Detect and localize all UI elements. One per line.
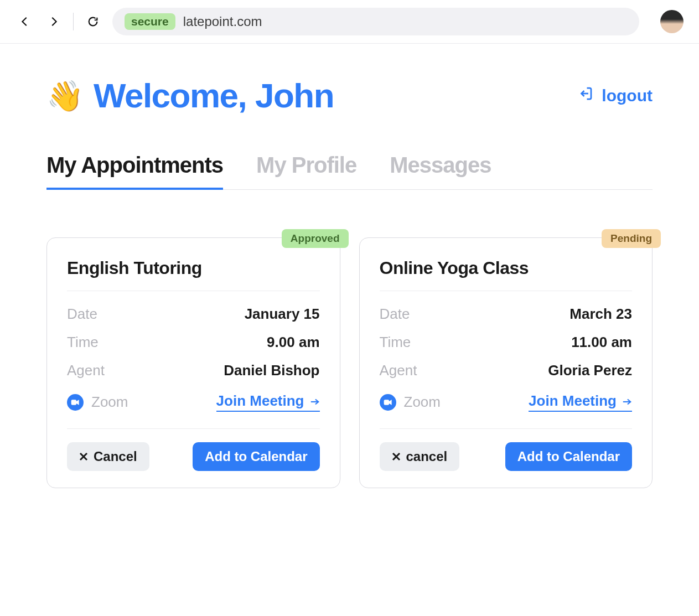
time-value: 11.00 am	[571, 334, 632, 351]
zoom-label: Zoom	[404, 394, 441, 411]
page-header: 👋 Welcome, John logout	[46, 76, 653, 115]
zoom-icon	[380, 394, 396, 411]
agent-value: Daniel Bishop	[224, 362, 319, 379]
appointment-card: Approved English Tutoring Date January 1…	[46, 237, 340, 488]
date-label: Date	[67, 306, 97, 323]
cancel-button[interactable]: Cancel	[67, 442, 149, 471]
page-content: 👋 Welcome, John logout My Appointments M…	[0, 44, 699, 510]
agent-label: Agent	[380, 362, 417, 379]
logout-button[interactable]: logout	[577, 85, 653, 106]
join-meeting-label: Join Meeting	[529, 392, 617, 410]
url-text: latepoint.com	[183, 14, 262, 29]
status-badge: Approved	[282, 229, 349, 248]
logout-label: logout	[602, 86, 653, 105]
date-value: January 15	[245, 306, 320, 323]
wave-icon: 👋	[46, 81, 84, 111]
close-icon	[392, 449, 401, 464]
svg-rect-0	[71, 400, 76, 405]
browser-bar: secure latepoint.com	[0, 0, 699, 44]
nav-divider	[73, 13, 74, 30]
zoom-icon	[67, 394, 84, 411]
time-value: 9.00 am	[267, 334, 319, 351]
add-to-calendar-button[interactable]: Add to Calendar	[193, 442, 319, 471]
card-actions: cancel Add to Calendar	[380, 428, 633, 471]
address-bar[interactable]: secure latepoint.com	[112, 8, 639, 35]
status-badge: Pending	[602, 229, 661, 248]
arrow-right-icon	[310, 392, 320, 410]
agent-label: Agent	[67, 362, 105, 379]
cancel-button[interactable]: cancel	[380, 442, 460, 471]
tab-bar: My Appointments My Profile Messages	[46, 153, 653, 190]
agent-row: Agent Daniel Bishop	[67, 362, 320, 379]
date-value: March 23	[569, 306, 632, 323]
zoom-label: Zoom	[91, 394, 128, 411]
appointment-card: Pending Online Yoga Class Date March 23 …	[359, 237, 653, 488]
time-row: Time 11.00 am	[380, 334, 633, 351]
date-row: Date January 15	[67, 306, 320, 323]
add-to-calendar-button[interactable]: Add to Calendar	[505, 442, 632, 471]
zoom-left: Zoom	[380, 394, 441, 411]
back-button[interactable]	[15, 12, 34, 31]
zoom-row: Zoom Join Meeting	[380, 392, 633, 412]
forward-button[interactable]	[44, 12, 63, 31]
welcome-text: Welcome, John	[94, 76, 334, 115]
welcome-block: 👋 Welcome, John	[46, 76, 334, 115]
agent-value: Gloria Perez	[548, 362, 632, 379]
appointment-cards: Approved English Tutoring Date January 1…	[46, 237, 653, 488]
join-meeting-label: Join Meeting	[216, 392, 304, 410]
join-meeting-link[interactable]: Join Meeting	[529, 392, 632, 412]
agent-row: Agent Gloria Perez	[380, 362, 633, 379]
reload-button[interactable]	[84, 12, 102, 31]
time-label: Time	[67, 334, 99, 351]
tab-my-profile[interactable]: My Profile	[256, 153, 356, 189]
close-icon	[79, 449, 88, 464]
svg-rect-1	[384, 400, 389, 405]
cancel-label: Cancel	[94, 449, 137, 464]
card-actions: Cancel Add to Calendar	[67, 428, 320, 471]
add-to-calendar-label: Add to Calendar	[517, 449, 620, 464]
time-label: Time	[380, 334, 411, 351]
zoom-left: Zoom	[67, 394, 128, 411]
secure-badge: secure	[125, 13, 175, 30]
zoom-row: Zoom Join Meeting	[67, 392, 320, 412]
time-row: Time 9.00 am	[67, 334, 320, 351]
tab-messages[interactable]: Messages	[390, 153, 491, 189]
add-to-calendar-label: Add to Calendar	[205, 449, 307, 464]
cancel-label: cancel	[406, 449, 448, 464]
logout-icon	[577, 85, 594, 106]
appointment-title: Online Yoga Class	[380, 258, 633, 291]
join-meeting-link[interactable]: Join Meeting	[216, 392, 320, 412]
date-row: Date March 23	[380, 306, 633, 323]
date-label: Date	[380, 306, 410, 323]
arrow-right-icon	[622, 392, 632, 410]
tab-my-appointments[interactable]: My Appointments	[46, 153, 223, 190]
avatar[interactable]	[660, 10, 684, 33]
appointment-title: English Tutoring	[67, 258, 320, 291]
